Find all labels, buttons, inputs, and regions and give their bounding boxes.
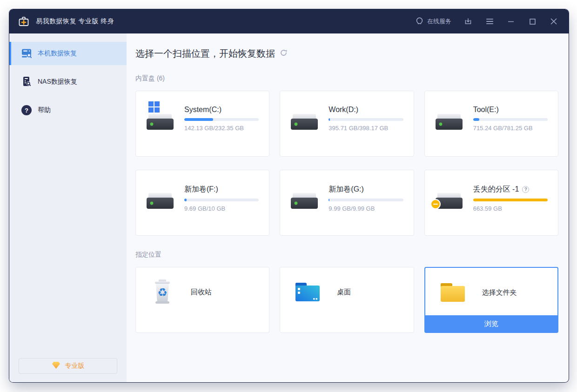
hard-drive-icon: [145, 189, 175, 213]
diamond-icon: [52, 361, 60, 371]
capacity-bar-fill: [473, 199, 548, 201]
capacity-bar: [329, 118, 403, 121]
drives-section-label: 内置盘 (6): [135, 74, 558, 83]
drive-card-work-d[interactable]: Work(D:) 395.71 GB/398.17 GB: [280, 91, 414, 157]
minimize-button[interactable]: [506, 17, 516, 26]
capacity-bar: [184, 118, 259, 121]
edition-badge-button[interactable]: 专业版: [19, 358, 117, 374]
location-card-desktop[interactable]: 桌面: [280, 267, 414, 333]
drive-capacity: 395.71 GB/398.17 GB: [329, 125, 403, 132]
sidebar-item-label: 本机数据恢复: [38, 49, 77, 58]
hard-drive-icon: [289, 110, 319, 134]
drive-name: Tool(E:): [473, 106, 548, 114]
drive-card-volume-f[interactable]: 新加卷(F:) 9.69 GB/10 GB: [135, 170, 269, 236]
drive-card-lost-partition[interactable]: 丢失的分区 -1 ? 663.59 GB: [424, 170, 558, 236]
location-card-recycle-bin[interactable]: ♻ 回收站: [135, 267, 269, 333]
hard-drive-icon: [145, 110, 175, 134]
drive-capacity: 9.99 GB/9.99 GB: [329, 205, 403, 212]
main-content: 选择一个扫描位置，开始恢复数据 内置盘 (6): [127, 33, 569, 382]
drive-capacity: 142.13 GB/232.35 GB: [184, 125, 259, 132]
app-window: 易我数据恢复 专业版 终身 在线服务: [9, 9, 569, 382]
drive-card-volume-g[interactable]: 新加卷(G:) 9.99 GB/9.99 GB: [280, 170, 414, 236]
capacity-bar-fill: [329, 199, 329, 201]
download-center-button[interactable]: [463, 17, 473, 26]
yellow-folder-icon: [439, 281, 466, 305]
titlebar: 易我数据恢复 专业版 终身 在线服务: [9, 9, 569, 33]
online-service-label: 在线服务: [427, 17, 451, 26]
lost-partition-minus-icon: [430, 199, 441, 209]
hard-drive-icon: [289, 189, 319, 213]
maximize-button[interactable]: [528, 17, 537, 26]
recycle-bin-icon: ♻: [150, 278, 175, 307]
headset-icon: [416, 17, 423, 26]
capacity-bar: [329, 199, 403, 201]
refresh-icon[interactable]: [280, 49, 288, 59]
online-service-button[interactable]: 在线服务: [416, 17, 451, 26]
drive-name: 新加卷(G:): [329, 185, 403, 194]
location-label: 桌面: [337, 288, 351, 297]
drives-grid: System(C:) 142.13 GB/232.35 GB: [135, 91, 558, 236]
drive-card-system-c[interactable]: System(C:) 142.13 GB/232.35 GB: [135, 91, 269, 157]
drive-name: Work(D:): [329, 106, 403, 114]
drive-capacity: 663.59 GB: [473, 205, 548, 212]
sidebar-item-local-recovery[interactable]: 本机数据恢复: [9, 42, 127, 65]
drive-capacity: 715.24 GB/781.25 GB: [473, 125, 548, 132]
capacity-bar-fill: [329, 118, 329, 121]
question-mark-icon[interactable]: ?: [522, 186, 529, 193]
sidebar-item-help[interactable]: ? 帮助: [9, 99, 127, 122]
drive-name: 新加卷(F:): [184, 185, 259, 194]
sidebar-item-label: NAS数据恢复: [38, 78, 77, 86]
hard-drive-icon: [434, 110, 464, 134]
drive-card-tool-e[interactable]: Tool(E:) 715.24 GB/781.25 GB: [424, 91, 558, 157]
drive-capacity: 9.69 GB/10 GB: [184, 205, 259, 212]
capacity-bar: [184, 199, 259, 201]
desktop-folder-icon: [294, 280, 321, 305]
titlebar-controls: 在线服务: [416, 17, 558, 26]
sidebar-item-nas-recovery[interactable]: NAS数据恢复: [9, 70, 127, 93]
sidebar-item-label: 帮助: [38, 106, 51, 114]
local-drive-search-icon: [21, 48, 32, 60]
capacity-bar: [473, 199, 548, 201]
location-label: 回收站: [191, 288, 212, 297]
menu-button[interactable]: [485, 17, 494, 26]
page-title: 选择一个扫描位置，开始恢复数据: [135, 47, 275, 60]
app-logo-icon: [18, 15, 30, 27]
location-card-select-folder[interactable]: 选择文件夹 浏览: [424, 267, 558, 333]
location-label: 选择文件夹: [482, 288, 517, 297]
close-button[interactable]: [549, 17, 558, 26]
browse-button[interactable]: 浏览: [425, 315, 557, 332]
capacity-bar-fill: [184, 199, 187, 201]
svg-text:♻: ♻: [157, 286, 168, 299]
drive-name: 丢失的分区 -1: [473, 185, 519, 194]
locations-grid: ♻ 回收站: [135, 267, 558, 333]
capacity-bar-fill: [473, 118, 480, 121]
locations-section-label: 指定位置: [135, 251, 558, 259]
nas-server-search-icon: [21, 76, 32, 88]
capacity-bar: [473, 118, 548, 121]
capacity-bar-fill: [184, 118, 213, 121]
help-icon: ?: [21, 105, 32, 115]
edition-label: 专业版: [65, 362, 85, 370]
sidebar: 本机数据恢复 NAS数据恢复 ?: [9, 33, 127, 382]
app-title: 易我数据恢复 专业版 终身: [36, 17, 114, 26]
drive-name: System(C:): [184, 106, 259, 114]
